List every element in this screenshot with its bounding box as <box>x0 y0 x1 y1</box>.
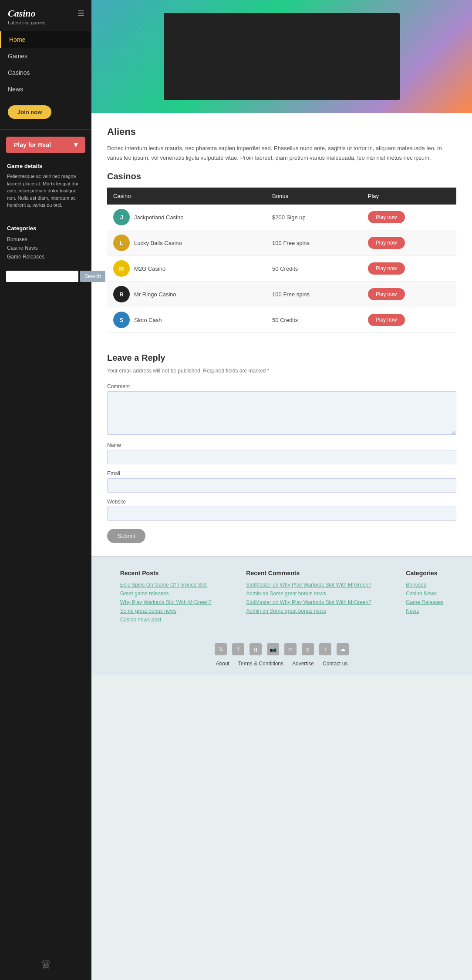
col-play: Play <box>362 188 456 205</box>
email-input[interactable] <box>107 478 456 493</box>
casino-bonus: 100 Free spins <box>266 282 362 307</box>
casino-name: M2G Casino <box>134 265 165 272</box>
reply-section: Leave a Reply Your email address will no… <box>107 349 456 543</box>
nav-casinos[interactable]: Casinos <box>0 64 91 81</box>
comment-link-3[interactable]: SlotMaster on Why Play Warlords Slot Wit… <box>246 599 371 605</box>
casino-name-cell: J Jackpotland Casino <box>107 205 266 230</box>
footer-cat-game-releases[interactable]: Game Releases <box>406 599 443 605</box>
post-link-3[interactable]: Why Play Warlords Slot With MrGreen? <box>120 599 212 605</box>
sidebar: Casino Latest slot games ☰ Home Games Ca… <box>0 0 91 980</box>
footer-about[interactable]: About <box>216 661 229 667</box>
facebook-icon[interactable]: f <box>232 643 244 655</box>
footer-recent-comments: Recent Comments SlotMaster on Why Play W… <box>246 570 371 625</box>
play-now-button[interactable]: Play now <box>368 211 405 223</box>
tumblr-icon[interactable]: t <box>319 643 331 655</box>
footer-cat-news[interactable]: News <box>406 608 443 614</box>
footer-contact[interactable]: Contact us <box>323 661 347 667</box>
game-details-text: Pellentesque ac velit nec magna laoreet … <box>7 173 84 209</box>
play-real-wrap: Play for Real ▼ <box>0 132 91 158</box>
category-game-releases[interactable]: Game Releases <box>7 252 84 261</box>
table-row: J Jackpotland Casino $200 Sign up Play n… <box>107 205 456 230</box>
play-now-button[interactable]: Play now <box>368 237 405 249</box>
recent-posts-title: Recent Posts <box>120 570 212 577</box>
footer-columns: Recent Posts Epic Spins On Game Of Thron… <box>107 570 456 625</box>
sidebar-divider <box>0 129 91 130</box>
article-title: Aliens <box>107 126 456 138</box>
casino-play-cell: Play now <box>362 307 456 333</box>
crown-icon: ♛ <box>0 949 91 980</box>
play-now-button[interactable]: Play now <box>368 314 405 326</box>
casino-bonus: 50 Credits <box>266 256 362 282</box>
comment-link-2[interactable]: Admin on Some great bonus news <box>246 591 371 597</box>
play-real-label: Play for Real <box>14 141 51 148</box>
nav-news[interactable]: News <box>0 81 91 97</box>
rss-icon[interactable]: ☁ <box>337 643 349 655</box>
table-row: L Lucky Balls Casino 100 Free spins Play… <box>107 230 456 256</box>
table-header-row: Casino Bonus Play <box>107 188 456 205</box>
post-link-5[interactable]: Casino news post <box>120 617 212 623</box>
casino-name-cell: S Sloto Cash <box>107 307 266 333</box>
comment-link-4[interactable]: Admin on Some great bonus news <box>246 608 371 614</box>
casinos-section: Casinos Casino Bonus Play J Jackpotland … <box>107 171 456 333</box>
casino-name: Mr Ringo Casino <box>134 291 176 298</box>
join-btn-wrap: Join now <box>0 97 91 127</box>
post-link-2[interactable]: Great game releases <box>120 591 212 597</box>
casino-name-cell: L Lucky Balls Casino <box>107 230 266 256</box>
nav-games[interactable]: Games <box>0 48 91 64</box>
footer-advertise[interactable]: Advertise <box>292 661 314 667</box>
casino-bonus: $200 Sign up <box>266 205 362 230</box>
website-label: Website <box>107 499 456 505</box>
footer-recent-posts: Recent Posts Epic Spins On Game Of Thron… <box>120 570 212 625</box>
instagram-icon[interactable]: 📷 <box>267 643 279 655</box>
footer: Recent Posts Epic Spins On Game Of Thron… <box>91 556 472 675</box>
linkedin-icon[interactable]: in <box>284 643 297 655</box>
chevron-down-icon: ▼ <box>72 141 79 149</box>
website-input[interactable] <box>107 507 456 521</box>
post-link-1[interactable]: Epic Spins On Game Of Thrones Slot <box>120 582 212 588</box>
logo-title: Casino <box>8 8 84 19</box>
footer-cat-casino-news[interactable]: Casino News <box>406 591 443 597</box>
category-casino-news[interactable]: Casino News <box>7 244 84 252</box>
article-body: Donec interdum lectus mauris, nec pharet… <box>107 144 456 163</box>
play-real-button[interactable]: Play for Real ▼ <box>6 137 85 153</box>
footer-terms[interactable]: Terms & Conditions <box>238 661 283 667</box>
game-details-title: Game details <box>7 163 84 169</box>
col-casino: Casino <box>107 188 266 205</box>
categories-section: Categories Bonuses Casino News Game Rele… <box>0 220 91 266</box>
casino-play-cell: Play now <box>362 205 456 230</box>
casino-name: Sloto Cash <box>134 317 162 323</box>
email-label: Email <box>107 470 456 477</box>
casino-play-cell: Play now <box>362 230 456 256</box>
reply-title: Leave a Reply <box>107 353 456 363</box>
footer-links: About Terms & Conditions Advertise Conta… <box>107 661 456 667</box>
join-button[interactable]: Join now <box>8 105 51 119</box>
play-now-button[interactable]: Play now <box>368 262 405 275</box>
recent-comments-title: Recent Comments <box>246 570 371 577</box>
casino-name-cell: R Mr Ringo Casino <box>107 282 266 307</box>
pinterest-icon[interactable]: p <box>302 643 314 655</box>
logo-area: Casino Latest slot games ☰ <box>0 0 91 30</box>
submit-button[interactable]: Submit <box>107 529 145 543</box>
table-row: R Mr Ringo Casino 100 Free spins Play no… <box>107 282 456 307</box>
comment-input[interactable] <box>107 391 456 435</box>
nav-home[interactable]: Home <box>0 31 91 48</box>
casino-name: Lucky Balls Casino <box>134 240 182 246</box>
name-input[interactable] <box>107 450 456 464</box>
comment-link-1[interactable]: SlotMaster on Why Play Warlords Slot Wit… <box>246 582 371 588</box>
play-now-button[interactable]: Play now <box>368 288 405 300</box>
googleplus-icon[interactable]: g <box>249 643 262 655</box>
hero-area <box>91 0 472 113</box>
required-note: Your email address will not be published… <box>107 366 456 375</box>
search-button[interactable]: Search <box>80 271 105 282</box>
social-icons: 𝕏 f g 📷 in p t ☁ <box>107 643 456 655</box>
name-label: Name <box>107 442 456 448</box>
post-link-4[interactable]: Some great bonus news <box>120 608 212 614</box>
hero-video-box <box>164 13 400 100</box>
footer-cat-bonuses[interactable]: Bonuses <box>406 582 443 588</box>
search-input[interactable] <box>6 271 78 282</box>
category-bonuses[interactable]: Bonuses <box>7 235 84 244</box>
twitter-icon[interactable]: 𝕏 <box>215 643 227 655</box>
table-row: M M2G Casino 50 Credits Play now <box>107 256 456 282</box>
search-wrap: Search <box>0 266 91 286</box>
menu-icon[interactable]: ☰ <box>78 9 84 18</box>
